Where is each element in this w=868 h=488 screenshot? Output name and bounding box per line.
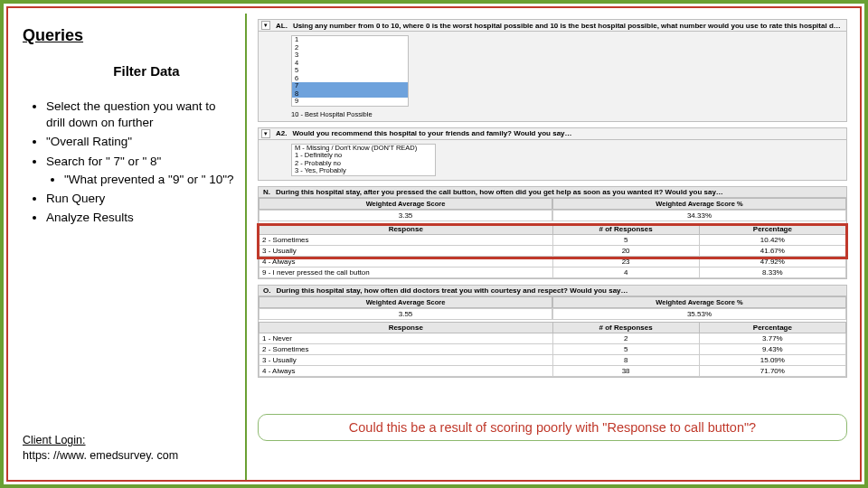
opt-1[interactable]: 1 <box>292 36 408 44</box>
question-n-block: N. During this hospital stay, after you … <box>258 186 847 279</box>
left-panel: Queries Filter Data Select the question … <box>14 14 247 480</box>
question-n-text: During this hospital stay, after you pre… <box>276 188 844 196</box>
question-o-wascore-row: 3.55 35.53% <box>259 308 846 320</box>
question-o-header[interactable]: O. During this hospital stay, how often … <box>259 286 846 296</box>
opt-yes-prob[interactable]: 3 - Yes, Probably <box>292 167 435 175</box>
question-a2-options[interactable]: M - Missing / Don't Know (DON'T READ) 1 … <box>291 144 436 176</box>
client-login: Client Login: https: //www. emedsurvey. … <box>23 433 178 464</box>
wa-value: 3.35 <box>259 210 552 221</box>
question-a2-code: A2. <box>276 129 287 137</box>
sub-list: "What prevented a "9" or " 10"? <box>46 172 236 188</box>
wa-label: Weighted Average Score <box>259 296 552 308</box>
bullet-search-text: Search for " 7" or " 8" <box>46 155 161 168</box>
instruction-list: Select the question you want to drill do… <box>23 99 236 227</box>
table-row: 1 - Never23.77% <box>259 333 846 343</box>
question-o-code: O. <box>263 286 270 295</box>
bullet-what-prevented: "What prevented a "9" or " 10"? <box>64 172 236 188</box>
question-a2-block: ▾ A2. Would you recommend this hospital … <box>258 127 847 181</box>
question-al-options[interactable]: 1 2 3 4 5 6 7 8 9 <box>291 35 409 107</box>
bullet-overall-rating: "Overall Rating" <box>46 134 236 150</box>
wap-label: Weighted Average Score % <box>552 296 846 308</box>
opt-2[interactable]: 2 <box>292 44 408 52</box>
question-n-header[interactable]: N. During this hospital stay, after you … <box>259 187 846 198</box>
opt-9[interactable]: 9 <box>292 98 408 106</box>
client-login-url: https: //www. emedsurvey. com <box>23 449 178 462</box>
table-row: 2 - Sometimes59.43% <box>259 343 846 354</box>
question-n-wascore-row: 3.35 34.33% <box>259 210 846 221</box>
col-response: Response <box>259 322 553 333</box>
question-o-table: Response # of Responses Percentage 1 - N… <box>259 322 846 377</box>
filter-data-subtitle: Filter Data <box>57 63 236 79</box>
question-o-text: During this hospital stay, how often did… <box>276 286 844 295</box>
bullet-analyze: Analyze Results <box>46 210 236 226</box>
opt-7-selected[interactable]: 7 <box>292 82 408 90</box>
question-n-code: N. <box>263 188 270 196</box>
table-row: 3 - Usually815.09% <box>259 354 846 365</box>
slide-frame: Queries Filter Data Select the question … <box>0 0 868 488</box>
callout-question: Could this be a result of scoring poorly… <box>258 414 847 441</box>
question-o-block: O. During this hospital stay, how often … <box>258 285 847 378</box>
question-al-code: AL. <box>276 22 288 30</box>
bullet-select-question: Select the question you want to drill do… <box>46 99 236 131</box>
bullet-search: Search for " 7" or " 8" "What prevented … <box>46 154 236 188</box>
question-a2-text: Would you recommend this hospital to you… <box>292 129 844 137</box>
opt-4[interactable]: 4 <box>292 60 408 68</box>
question-a2-header[interactable]: ▾ A2. Would you recommend this hospital … <box>259 128 846 140</box>
question-n-wascore-header: Weighted Average Score Weighted Average … <box>259 198 846 210</box>
table-header-row: Response # of Responses Percentage <box>259 322 846 333</box>
question-al-text: Using any number from 0 to 10, where 0 i… <box>293 22 844 30</box>
wap-value: 34.33% <box>552 210 846 221</box>
col-num: # of Responses <box>552 322 699 333</box>
opt-3[interactable]: 3 <box>292 52 408 60</box>
col-pct: Percentage <box>699 322 845 333</box>
queries-title: Queries <box>23 26 236 45</box>
wa-value: 3.55 <box>259 308 552 320</box>
wap-label: Weighted Average Score % <box>552 198 846 210</box>
question-o-wascore-header: Weighted Average Score Weighted Average … <box>259 296 846 308</box>
question-al-signature: 10 - Best Hospital Possible <box>291 110 843 118</box>
opt-6[interactable]: 6 <box>292 75 408 83</box>
inner-frame: Queries Filter Data Select the question … <box>6 6 862 482</box>
opt-5[interactable]: 5 <box>292 67 408 75</box>
chevron-down-icon[interactable]: ▾ <box>261 129 270 138</box>
question-al-header[interactable]: ▾ AL. Using any number from 0 to 10, whe… <box>259 20 846 32</box>
opt-8-selected[interactable]: 8 <box>292 90 408 99</box>
question-al-block: ▾ AL. Using any number from 0 to 10, whe… <box>258 19 847 122</box>
wap-value: 35.53% <box>552 308 846 320</box>
client-login-label: Client Login: <box>23 434 86 446</box>
bullet-run-query: Run Query <box>46 191 236 207</box>
right-panel: ▾ AL. Using any number from 0 to 10, whe… <box>250 14 854 480</box>
spacer <box>258 383 847 414</box>
highlight-box <box>257 223 848 259</box>
chevron-down-icon[interactable]: ▾ <box>261 21 270 30</box>
wa-label: Weighted Average Score <box>259 198 552 210</box>
table-row: 9 - I never pressed the call button48.33… <box>259 267 846 277</box>
table-row: 4 - Always3871.70% <box>259 365 846 376</box>
